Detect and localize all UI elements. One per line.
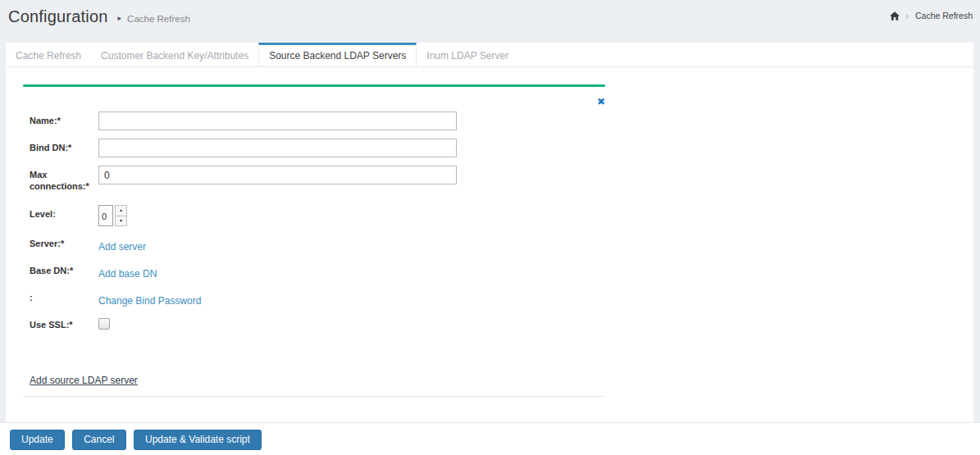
bind-dn-input[interactable] [98,139,457,157]
form-row-max-connections: Max connections:* [30,166,622,192]
breadcrumb-caret-icon: ▸ [118,14,122,22]
content-divider [23,396,605,397]
page-title: Configuration [8,7,108,26]
form-row-use-ssl: Use SSL:* [30,316,622,333]
update-button[interactable]: Update [10,430,65,450]
form-row-bind-dn: Bind DN:* [30,139,622,157]
name-label: Name:* [30,111,98,126]
tab-bar: Cache Refresh Customer Backend Key/Attri… [6,43,973,67]
form-row-base-dn: Base DN:* Add base DN [30,262,622,280]
footer-toolbar: Update Cancel Update & Validate script [0,422,980,455]
form-row-level: Level: ▴ ▾ [30,205,622,226]
spinner-up-icon[interactable]: ▴ [115,205,127,216]
accent-rule [23,84,605,87]
breadcrumb-right: › Cache Refresh [890,11,973,20]
breadcrumb-section: Cache Refresh [127,14,190,24]
max-connections-label: Max connections:* [30,166,98,192]
change-bind-password-link[interactable]: Change Bind Password [98,295,201,307]
level-label: Level: [30,205,98,220]
add-source-ldap-server-link[interactable]: Add source LDAP server [30,375,138,386]
bind-password-label: : [30,289,98,303]
base-dn-label: Base DN:* [30,262,98,276]
tab-inum-ldap-server[interactable]: Inum LDAP Server [417,43,518,66]
use-ssl-checkbox[interactable] [98,318,110,330]
ldap-server-form: Name:* Bind DN:* Max connections:* Level… [23,111,622,333]
add-server-link[interactable]: Add server [98,241,146,253]
form-row-name: Name:* [30,111,622,130]
spinner-down-icon[interactable]: ▾ [115,216,127,227]
cancel-button[interactable]: Cancel [72,430,125,450]
server-label: Server:* [30,234,98,249]
use-ssl-label: Use SSL:* [30,316,98,330]
level-input[interactable] [98,205,113,226]
close-icon[interactable]: ✖ [597,96,605,107]
form-row-bind-password: : Change Bind Password [30,289,622,307]
name-input[interactable] [98,111,457,130]
form-row-server: Server:* Add server [30,234,622,253]
breadcrumb-current: Cache Refresh [915,11,973,20]
tab-content: ✖ Name:* Bind DN:* Max connections:* [6,67,622,397]
add-base-dn-link[interactable]: Add base DN [98,268,157,280]
bind-dn-label: Bind DN:* [30,139,98,153]
breadcrumb: Configuration ▸ Cache Refresh [8,7,190,26]
level-spinner: ▴ ▾ [98,205,127,226]
add-source-row: Add source LDAP server [23,372,622,387]
tab-source-backend-ldap-servers[interactable]: Source Backend LDAP Servers [258,43,417,66]
update-validate-script-button[interactable]: Update & Validate script [134,430,262,450]
tab-customer-backend-key-attributes[interactable]: Customer Backend Key/Attributes [91,43,258,66]
breadcrumb-separator: › [906,11,909,20]
content-panel: Cache Refresh Customer Backend Key/Attri… [6,43,973,422]
home-icon[interactable] [890,11,900,20]
tab-cache-refresh[interactable]: Cache Refresh [6,43,91,66]
close-row: ✖ [23,93,605,107]
max-connections-input[interactable] [98,166,457,184]
page-header: Configuration ▸ Cache Refresh › Cache Re… [0,0,980,43]
